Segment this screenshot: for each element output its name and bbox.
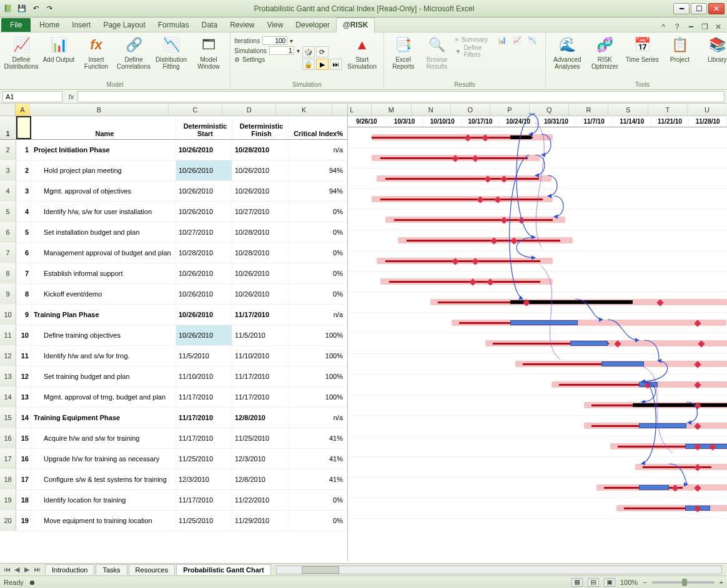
cell-name[interactable]: Set installation budget and plan [31,222,176,242]
table-row[interactable]: 1413Mgmt. approval of trng. budget and p… [0,387,347,408]
cell-name[interactable]: Set training budget and plan [31,366,176,386]
table-row[interactable]: 1615Acquire h/w and s/w for training11/1… [0,428,347,449]
cell-id[interactable]: 6 [16,243,31,263]
cell-name[interactable]: Hold project plan meeting [31,160,176,180]
cell-name[interactable]: Training Plan Phase [31,305,176,325]
tab-data[interactable]: Data [195,18,224,32]
col-header-K[interactable]: K [276,104,332,115]
cell-finish[interactable]: 10/26/2010 [232,284,289,304]
row-header[interactable]: 9 [0,284,16,304]
page-break-view-icon[interactable]: ▣ [604,578,615,587]
cell-start[interactable]: 10/26/2010 [176,181,232,201]
cell-name[interactable]: Project Initiation Phase [31,140,176,160]
cell-start[interactable]: 11/17/2010 [176,408,232,428]
cell-critical[interactable]: 100% [289,346,347,366]
cell-id[interactable]: 19 [16,511,31,531]
cell-critical[interactable]: n/a [289,305,347,325]
simulations-input[interactable] [269,46,294,55]
define-distributions-button[interactable]: 📈Define Distributions [4,34,39,70]
row-header[interactable]: 6 [0,222,16,242]
normal-view-icon[interactable]: ▦ [571,578,583,587]
cell-finish[interactable]: 10/28/2010 [232,222,289,242]
chart2-icon[interactable]: 📈 [513,36,527,50]
cell-finish[interactable]: 11/17/2010 [232,387,289,407]
cell-name[interactable]: Identify h/w, s/w for user installation [31,202,176,222]
table-row[interactable]: 87Establish informal support10/26/201010… [0,263,347,284]
table-row[interactable]: 1312Set training budget and plan11/10/20… [0,366,347,387]
table-row[interactable]: 109Training Plan Phase10/26/201011/17/20… [0,305,347,325]
cell-start[interactable]: 11/17/2010 [176,490,232,510]
cell-start[interactable]: 11/5/2010 [176,346,232,366]
time-series-button[interactable]: 📅Time Series [625,34,660,70]
cell-id[interactable]: 13 [16,387,31,407]
cell-start[interactable]: 11/10/2010 [176,366,232,386]
cell-start[interactable]: 10/27/2010 [176,222,232,242]
row-header[interactable]: 3 [0,160,16,180]
distribution-fitting-button[interactable]: 📉Distribution Fitting [154,34,189,70]
cell-finish[interactable]: 10/27/2010 [232,202,289,222]
model-window-button[interactable]: 🗔Model Window [191,34,226,70]
window-restore-icon[interactable]: ❐ [700,22,710,32]
zoom-out-icon[interactable]: − [643,579,646,586]
table-row[interactable]: 65Set installation budget and plan10/27/… [0,222,347,243]
cell-finish[interactable]: 11/17/2010 [232,305,289,325]
macro-record-icon[interactable]: ⏺ [29,579,36,586]
chart1-icon[interactable]: 📊 [498,36,512,50]
cell-critical[interactable]: 0% [289,263,347,283]
risk-optimizer-button[interactable]: 🧬RISK Optimizer [587,34,622,70]
cell-name[interactable]: Acquire h/w and s/w for training [31,428,176,448]
cell-start[interactable]: 10/28/2010 [176,243,232,263]
formula-input[interactable] [77,91,725,102]
cell-critical[interactable]: n/a [289,140,347,160]
cell-critical[interactable]: 100% [289,366,347,386]
row-header[interactable]: 14 [0,387,16,407]
horizontal-scrollbar[interactable] [276,566,722,574]
last-sheet-icon[interactable]: ⏭ [32,566,41,574]
cell-start[interactable]: 12/3/2010 [176,469,232,489]
cell-finish[interactable]: 10/26/2010 [232,181,289,201]
tab-home[interactable]: Home [33,18,66,32]
cell-name[interactable]: Training Equipment Phase [31,408,176,428]
cell-finish[interactable]: 10/28/2010 [232,140,289,160]
cell-start[interactable]: 11/17/2010 [176,387,232,407]
chart3-icon[interactable]: 📉 [528,36,542,50]
browse-results-button[interactable]: 🔍Browse Results [422,34,453,70]
cell-start[interactable]: 10/26/2010 [176,140,232,160]
row-header[interactable]: 10 [0,305,16,325]
table-row[interactable]: 1817Configure s/w & test systems for tra… [0,469,347,490]
cell-critical[interactable]: 0% [289,243,347,263]
chevron-down-icon[interactable]: ▾ [297,47,300,54]
iterations-input[interactable] [262,36,287,45]
random-icon[interactable]: 🎲 [302,46,315,57]
cell-name[interactable]: Upgrade h/w for training as necessary [31,449,176,469]
cell-id[interactable]: 4 [16,202,31,222]
cell-start[interactable]: 11/17/2010 [176,428,232,448]
save-icon[interactable]: 💾 [16,3,27,14]
cell-start[interactable]: 11/25/2010 [176,449,232,469]
cell-id[interactable]: 10 [16,325,31,345]
cell-name[interactable]: Mgmt. approval of trng. budget and plan [31,387,176,407]
row-header[interactable]: 2 [0,140,16,160]
minimize-button[interactable]: ━ [673,3,690,14]
col-header-A[interactable]: A [16,104,30,115]
page-layout-view-icon[interactable]: ▤ [588,578,599,587]
tab-review[interactable]: Review [224,18,260,32]
cell-critical[interactable]: 100% [289,387,347,407]
ribbon-minimize-icon[interactable]: ^ [658,22,668,32]
cell-name[interactable]: Kickoff event/demo [31,284,176,304]
row-header[interactable]: 11 [0,325,16,345]
cell-critical[interactable]: 0% [289,284,347,304]
table-row[interactable]: 54Identify h/w, s/w for user installatio… [0,202,347,222]
cell-critical[interactable]: 100% [289,325,347,345]
refresh-icon[interactable]: ⟳ [316,46,329,57]
cell-name[interactable]: Define training objectives [31,325,176,345]
col-header-B[interactable]: B [30,104,169,115]
cell-critical[interactable]: 0% [289,490,347,510]
cell-critical[interactable]: 94% [289,160,347,180]
cell-critical[interactable]: 94% [289,181,347,201]
tab-view[interactable]: View [261,18,290,32]
cell-id[interactable]: 1 [16,140,31,160]
cell-name[interactable]: Identify h/w and s/w for trng. [31,346,176,366]
row-header[interactable]: 20 [0,511,16,531]
tab-insert[interactable]: Insert [66,18,97,32]
